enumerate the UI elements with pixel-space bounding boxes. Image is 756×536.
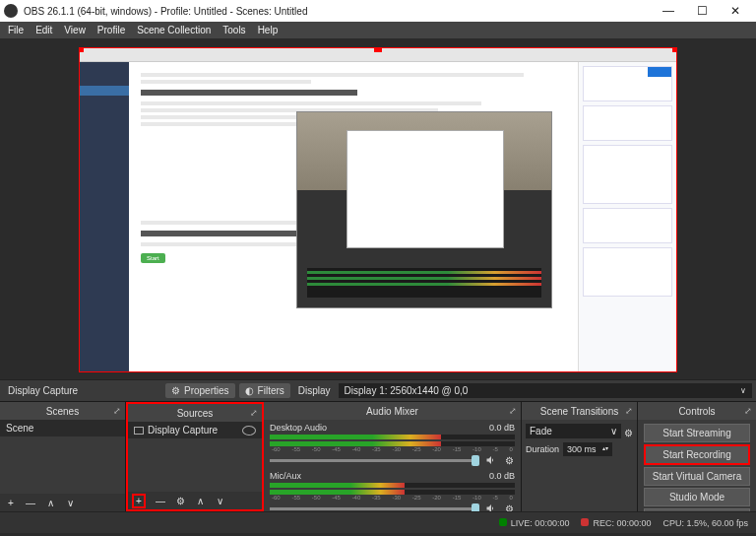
preview-area[interactable]: Start: [0, 39, 756, 379]
transition-type-select[interactable]: Fade ∨: [526, 424, 621, 438]
transitions-title: Scene Transitions: [540, 406, 619, 417]
volume-slider[interactable]: ⚙: [270, 455, 515, 465]
mixer-body: Desktop Audio 0.0 dB -60-55-50-45-40-35-…: [264, 420, 521, 511]
scenes-list[interactable]: Scene: [0, 420, 125, 494]
audio-meter: [270, 490, 515, 495]
channel-name: Mic/Aux: [270, 471, 301, 481]
audio-mixer-dock: Audio Mixer ⤢ Desktop Audio 0.0 dB -60-5…: [264, 402, 522, 511]
source-add-button[interactable]: +: [132, 494, 146, 508]
menu-profile[interactable]: Profile: [97, 25, 125, 35]
duration-value: 300 ms: [567, 444, 597, 454]
window-title: OBS 26.1.1 (64-bit, windows) - Profile: …: [24, 6, 652, 17]
dock-popout-icon[interactable]: ⤢: [113, 406, 121, 416]
source-remove-button[interactable]: —: [154, 496, 167, 506]
volume-slider[interactable]: ⚙: [270, 503, 515, 511]
window-maximize-button[interactable]: ☐: [685, 4, 719, 18]
sources-footer: + — ⚙ ∧ ∨: [128, 492, 262, 509]
docks-area: Scenes ⤢ Scene + — ∧ ∨ Sources ⤢ Display…: [0, 401, 756, 511]
duration-label: Duration: [526, 444, 559, 454]
settings-button[interactable]: Settings: [644, 508, 750, 511]
controls-body: Start Streaming Start Recording Start Vi…: [638, 420, 756, 511]
window-close-button[interactable]: ✕: [719, 4, 752, 18]
slider-thumb[interactable]: [472, 455, 479, 466]
scene-add-button[interactable]: +: [4, 498, 18, 508]
captured-heading: [141, 90, 357, 96]
menu-scene-collection[interactable]: Scene Collection: [137, 25, 211, 35]
channel-gear-icon[interactable]: ⚙: [503, 503, 515, 512]
mixer-channel-mic-aux: Mic/Aux 0.0 dB -60-55-50-45-40-35-30-25-…: [264, 468, 521, 511]
captured-wp-sidebar: [80, 62, 129, 371]
channel-level: 0.0 dB: [489, 423, 515, 433]
transition-type-value: Fade: [530, 426, 552, 436]
obs-logo-icon: [4, 4, 18, 18]
captured-nested-obs: [296, 111, 552, 308]
mixer-channel-desktop-audio: Desktop Audio 0.0 dB -60-55-50-45-40-35-…: [264, 420, 521, 468]
properties-button[interactable]: ⚙ Properties: [165, 383, 235, 398]
window-minimize-button[interactable]: —: [652, 4, 685, 18]
source-up-button[interactable]: ∧: [193, 496, 207, 506]
menu-file[interactable]: File: [8, 25, 24, 35]
source-down-button[interactable]: ∨: [213, 496, 226, 506]
channel-level: 0.0 dB: [489, 471, 515, 481]
channel-name: Desktop Audio: [270, 423, 327, 433]
duration-spinner[interactable]: 300 ms ▴▾: [563, 442, 612, 456]
source-toolbar: Display Capture ⚙ Properties ◐ Filters D…: [0, 379, 756, 401]
controls-dock: Controls ⤢ Start Streaming Start Recordi…: [638, 402, 756, 511]
transition-gear-icon[interactable]: ⚙: [624, 428, 633, 438]
transitions-body: Fade ∨ ⚙ Duration 300 ms ▴▾: [522, 420, 637, 511]
source-properties-button[interactable]: ⚙: [173, 496, 187, 506]
audio-meter: [270, 483, 515, 488]
slider-thumb[interactable]: [472, 503, 479, 512]
start-recording-button[interactable]: Start Recording: [644, 444, 750, 465]
source-item-label: Display Capture: [148, 425, 218, 436]
studio-mode-button[interactable]: Studio Mode: [644, 488, 750, 506]
captured-wp-sidebar-right: [578, 62, 676, 371]
preview-canvas[interactable]: Start: [79, 47, 677, 372]
mixer-title: Audio Mixer: [366, 406, 418, 417]
filters-label: Filters: [258, 385, 284, 396]
channel-gear-icon[interactable]: ⚙: [503, 455, 515, 466]
controls-header: Controls ⤢: [638, 402, 756, 420]
display-select[interactable]: Display 1: 2560x1440 @ 0,0 ∨: [339, 383, 752, 398]
resize-handle-tl[interactable]: [79, 47, 84, 52]
speaker-icon[interactable]: [485, 502, 497, 511]
dock-popout-icon[interactable]: ⤢: [625, 406, 633, 416]
sources-header: Sources ⤢: [128, 404, 262, 422]
sources-list[interactable]: Display Capture: [128, 422, 262, 492]
scenes-footer: + — ∧ ∨: [0, 494, 125, 511]
speaker-icon[interactable]: [485, 454, 497, 466]
menu-view[interactable]: View: [64, 25, 86, 35]
status-live: LIVE: 00:00:00: [499, 518, 570, 528]
scene-item[interactable]: Scene: [0, 420, 125, 436]
start-virtual-camera-button[interactable]: Start Virtual Camera: [644, 467, 750, 486]
rec-indicator-icon: [581, 518, 589, 526]
visibility-toggle-icon[interactable]: [242, 426, 256, 436]
meter-ticks: -60-55-50-45-40-35-30-25-20-15-10-50: [270, 446, 515, 454]
live-indicator-icon: [499, 518, 507, 526]
dock-popout-icon[interactable]: ⤢: [509, 406, 517, 416]
properties-label: Properties: [184, 385, 229, 396]
dock-popout-icon[interactable]: ⤢: [250, 408, 258, 418]
transition-duration-row: Duration 300 ms ▴▾: [526, 442, 633, 456]
scenes-header: Scenes ⤢: [0, 402, 125, 420]
display-capture-icon: [134, 427, 144, 435]
menu-tools[interactable]: Tools: [222, 25, 245, 35]
start-streaming-button[interactable]: Start Streaming: [644, 424, 750, 442]
transitions-dock: Scene Transitions ⤢ Fade ∨ ⚙ Duration 30…: [522, 402, 638, 511]
source-item[interactable]: Display Capture: [128, 422, 262, 438]
sources-title: Sources: [177, 408, 214, 419]
status-cpu: CPU: 1.5%, 60.00 fps: [662, 518, 748, 528]
window-titlebar: OBS 26.1.1 (64-bit, windows) - Profile: …: [0, 0, 756, 22]
spinner-arrows-icon[interactable]: ▴▾: [602, 444, 608, 454]
scene-up-button[interactable]: ∧: [43, 498, 57, 508]
resize-handle-tr[interactable]: [672, 47, 677, 52]
menu-help[interactable]: Help: [258, 25, 279, 35]
scene-down-button[interactable]: ∨: [63, 498, 77, 508]
filters-button[interactable]: ◐ Filters: [239, 383, 290, 398]
dock-popout-icon[interactable]: ⤢: [744, 406, 752, 416]
scenes-dock: Scenes ⤢ Scene + — ∧ ∨: [0, 402, 126, 511]
scene-remove-button[interactable]: —: [24, 498, 37, 508]
menu-edit[interactable]: Edit: [35, 25, 52, 35]
resize-handle-top[interactable]: [374, 47, 382, 52]
captured-button: Start: [141, 253, 165, 263]
